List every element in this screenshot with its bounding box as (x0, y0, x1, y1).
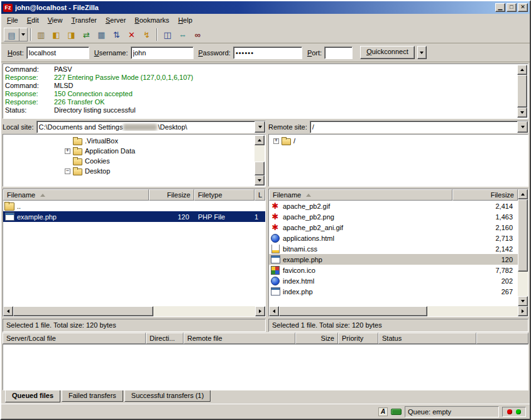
local-site-dropdown[interactable] (255, 121, 265, 133)
sort-ascending-icon (40, 194, 45, 197)
minimize-button[interactable]: ▁ (495, 3, 505, 12)
queue-column-server-local-file[interactable]: Server/Local file (3, 333, 146, 344)
site-manager-dropdown[interactable] (19, 28, 27, 41)
toggle-remote-tree-icon[interactable]: ◨ (64, 28, 79, 41)
tab-failed-transfers[interactable]: Failed transfers (62, 390, 123, 402)
scroll-left-icon[interactable] (3, 306, 13, 316)
quickconnect-button[interactable]: Quickconnect (360, 46, 415, 59)
menu-server[interactable]: Server (101, 14, 130, 26)
log-scrollbar[interactable] (517, 65, 527, 118)
column-header-filename[interactable]: Filename (3, 189, 149, 201)
file-row[interactable]: example.php 120 (269, 254, 518, 265)
scroll-down-icon[interactable] (517, 108, 527, 118)
local-pane: Local site: C:\Documents and Settings\De… (3, 120, 266, 330)
port-input[interactable] (324, 47, 353, 59)
local-list-hscrollbar[interactable] (3, 306, 265, 316)
column-header-last-modified[interactable]: L (255, 189, 265, 201)
local-site-combobox[interactable]: C:\Documents and Settings\Desktop\ (36, 121, 266, 133)
remote-site-combobox[interactable]: / (310, 121, 528, 133)
column-header-filesize[interactable]: Filesize (452, 189, 518, 201)
file-row[interactable]: apache_pb2_ani.gif 2,160 (269, 222, 518, 233)
scroll-down-icon[interactable] (518, 296, 528, 306)
file-row[interactable]: apache_pb2.png 1,463 (269, 211, 518, 222)
toggle-log-icon[interactable]: ▥ (34, 28, 48, 41)
php-file-icon (270, 287, 280, 296)
expand-toggle-icon[interactable] (65, 169, 70, 174)
toggle-queue-icon[interactable]: ▦ (94, 28, 109, 41)
site-manager-split-button[interactable]: ▤ (4, 28, 28, 41)
expand-toggle-icon[interactable] (65, 148, 70, 154)
folder-icon (73, 169, 82, 175)
tab-successful-transfers[interactable]: Successful transfers (1) (124, 390, 211, 402)
toggle-local-tree-icon[interactable]: ◧ (49, 28, 63, 41)
file-row[interactable]: applications.html 2,713 (269, 233, 518, 243)
file-row[interactable]: example.php 120 PHP File 1 (3, 211, 265, 222)
remote-site-dropdown[interactable] (517, 121, 528, 133)
menu-bookmarks[interactable]: Bookmarks (130, 14, 173, 26)
queue-column-direction[interactable]: Directi... (146, 333, 183, 344)
remote-list-hscrollbar[interactable] (269, 306, 528, 316)
file-row[interactable]: apache_pb2.gif 2,414 (269, 201, 518, 211)
log-line: Response:150 Connection accepted (5, 90, 515, 98)
quickconnect-dropdown[interactable] (417, 46, 427, 59)
file-row[interactable]: .. (3, 201, 265, 211)
expand-toggle-icon[interactable] (273, 138, 279, 144)
find-files-icon[interactable]: ∞ (190, 28, 205, 41)
remote-list-scrollbar[interactable] (518, 189, 528, 306)
folder-icon (282, 138, 291, 145)
scroll-up-icon[interactable] (517, 65, 527, 75)
toolbar-separator (156, 28, 158, 41)
queue-column-size[interactable]: Size (295, 333, 338, 344)
filezilla-logo-icon: Fz (3, 4, 13, 12)
maximize-button[interactable]: □ (506, 3, 517, 12)
directory-comparison-icon[interactable]: ◫ (160, 28, 175, 41)
local-tree-scrollbar[interactable] (255, 135, 265, 185)
transfer-type-indicator-icon[interactable]: A (378, 407, 388, 416)
window-title: john@localhost - FileZilla (15, 4, 493, 11)
disconnect-icon[interactable]: ↯ (140, 28, 154, 41)
queue-column-priority[interactable]: Priority (338, 333, 378, 344)
tab-queued-files[interactable]: Queued files (5, 390, 60, 402)
encryption-indicator-icon[interactable] (391, 409, 402, 415)
menu-view[interactable]: View (43, 14, 67, 26)
scroll-up-icon[interactable] (255, 135, 265, 145)
column-header-filename[interactable]: Filename (269, 189, 452, 201)
log-line: Response:226 Transfer OK (5, 98, 515, 106)
process-queue-icon[interactable]: ⇅ (109, 28, 124, 41)
scroll-right-icon[interactable] (518, 306, 528, 316)
close-button[interactable]: ✕ (518, 3, 528, 12)
site-manager-icon[interactable]: ▤ (4, 28, 19, 42)
remote-file-list: Filename Filesize apache_pb2.gif 2,414 a… (268, 189, 528, 317)
title-bar[interactable]: Fz john@localhost - FileZilla ▁ □ ✕ (1, 1, 530, 14)
tree-item[interactable]: Cookies (4, 156, 254, 166)
menu-file[interactable]: File (3, 14, 23, 26)
column-header-filetype[interactable]: Filetype (194, 189, 255, 201)
tree-item[interactable]: Application Data (4, 146, 254, 156)
tree-item[interactable]: .VirtualBox (4, 136, 254, 146)
cancel-icon[interactable]: ✕ (124, 28, 139, 41)
remote-site-label: Remote site: (268, 123, 307, 131)
menu-transfer[interactable]: Transfer (67, 14, 101, 26)
menu-help[interactable]: Help (173, 14, 197, 26)
scroll-up-icon[interactable] (518, 189, 528, 199)
php-file-icon (270, 255, 280, 264)
file-row[interactable]: favicon.ico 7,782 (269, 265, 518, 275)
file-row[interactable]: bitnami.css 2,142 (269, 243, 518, 254)
tree-item[interactable]: / (270, 136, 517, 146)
tree-item[interactable]: Desktop (4, 166, 254, 176)
file-row[interactable]: index.html 202 (269, 275, 518, 286)
refresh-icon[interactable]: ⇄ (79, 28, 94, 41)
synchronized-browsing-icon[interactable]: ⇔ (175, 28, 190, 41)
scroll-down-icon[interactable] (255, 175, 265, 185)
file-row[interactable]: index.php 267 (269, 286, 518, 297)
scroll-left-icon[interactable] (269, 306, 279, 316)
queue-column-remote-file[interactable]: Remote file (183, 333, 295, 344)
image-file-icon (270, 202, 280, 211)
column-header-filesize[interactable]: Filesize (149, 189, 194, 201)
password-input[interactable] (233, 47, 302, 59)
scroll-right-icon[interactable] (255, 306, 265, 316)
queue-column-status[interactable]: Status (378, 333, 476, 344)
username-input[interactable] (131, 47, 194, 59)
host-input[interactable] (26, 47, 89, 59)
menu-edit[interactable]: Edit (23, 14, 43, 26)
